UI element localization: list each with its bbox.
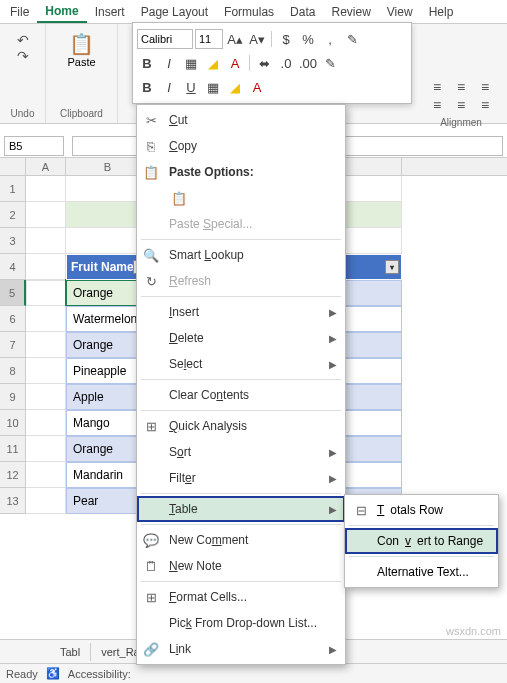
note-icon: 🗒 [141, 559, 161, 574]
ctx-delete[interactable]: Delete▶ [137, 325, 345, 351]
fill2-icon[interactable]: ◢ [225, 77, 245, 97]
mini-toolbar: A▴ A▾ $ % , ✎ B I ▦ ◢ A ⬌ .0 .00 ✎ B I U… [132, 22, 412, 104]
decrease-font-icon[interactable]: A▾ [247, 29, 267, 49]
row-4[interactable]: 4 [0, 254, 26, 280]
ctx-quickanalysis[interactable]: ⊞Quick Analysis [137, 413, 345, 439]
ctx-smartlookup[interactable]: 🔍Smart Lookup [137, 242, 345, 268]
align-center-icon[interactable]: ≡ [453, 97, 469, 113]
context-menu: ✂Cut ⎘Copy 📋Paste Options: 📋 Paste Speci… [136, 104, 346, 665]
undo-button[interactable]: ↶ ↷ [3, 28, 43, 68]
font-color-icon[interactable]: A [225, 53, 245, 73]
sub-totals[interactable]: ⊟Totals Row [345, 497, 498, 523]
decimal-dec-icon[interactable]: .00 [298, 53, 318, 73]
chevron-right-icon: ▶ [329, 447, 337, 458]
filter-dropdown-icon[interactable]: ▾ [385, 260, 399, 274]
align-right-icon[interactable]: ≡ [477, 97, 493, 113]
ctx-table[interactable]: Table▶ [137, 496, 345, 522]
tab-data[interactable]: Data [282, 2, 323, 22]
row-7[interactable]: 7 [0, 332, 26, 358]
tab-review[interactable]: Review [323, 2, 378, 22]
italic2-icon[interactable]: I [159, 77, 179, 97]
format-painter-icon[interactable]: ✎ [342, 29, 362, 49]
format-icon[interactable]: ✎ [320, 53, 340, 73]
paste-icon: 📋 [70, 32, 94, 56]
align-left-icon[interactable]: ≡ [429, 97, 445, 113]
name-box[interactable] [4, 136, 64, 156]
watermark: wsxdn.com [446, 625, 501, 637]
font-size-input[interactable] [195, 29, 223, 49]
comma-icon[interactable]: , [320, 29, 340, 49]
row-3[interactable]: 3 [0, 228, 26, 254]
chevron-right-icon: ▶ [329, 504, 337, 515]
ctx-paste[interactable]: 📋 [137, 185, 345, 211]
ctx-newnote[interactable]: 🗒New Note [137, 553, 345, 579]
ctx-select[interactable]: Select▶ [137, 351, 345, 377]
status-ready: Ready [6, 668, 38, 680]
ctx-pickdropdown[interactable]: Pick From Drop-down List... [137, 610, 345, 636]
row-1[interactable]: 1 [0, 176, 26, 202]
merge-icon[interactable]: ⬌ [254, 53, 274, 73]
link-icon: 🔗 [141, 642, 161, 657]
row-10[interactable]: 10 [0, 410, 26, 436]
ctx-clear[interactable]: Clear Contents [137, 382, 345, 408]
sub-convert-to-range[interactable]: Convert to Range [345, 528, 498, 554]
search-icon: 🔍 [141, 248, 161, 263]
align-bot-icon[interactable]: ≡ [477, 79, 493, 95]
row-13[interactable]: 13 [0, 488, 26, 514]
fill-color-icon[interactable]: ◢ [203, 53, 223, 73]
align-mid-icon[interactable]: ≡ [453, 79, 469, 95]
increase-font-icon[interactable]: A▴ [225, 29, 245, 49]
currency-icon[interactable]: $ [276, 29, 296, 49]
tab-formulas[interactable]: Formulas [216, 2, 282, 22]
font-name-input[interactable] [137, 29, 193, 49]
ctx-formatcells[interactable]: ⊞Format Cells... [137, 584, 345, 610]
ctx-insert[interactable]: Insert▶ [137, 299, 345, 325]
tab-insert[interactable]: Insert [87, 2, 133, 22]
tab-view[interactable]: View [379, 2, 421, 22]
status-accessibility: Accessibility: [68, 668, 131, 680]
decimal-inc-icon[interactable]: .0 [276, 53, 296, 73]
table-submenu: ⊟Totals Row Convert to Range Alternative… [344, 494, 499, 588]
col-a[interactable]: A [26, 158, 66, 175]
align-top-icon[interactable]: ≡ [429, 79, 445, 95]
accessibility-icon[interactable]: ♿ [46, 667, 60, 680]
ctx-copy[interactable]: ⎘Copy [137, 133, 345, 159]
border2-icon[interactable]: ▦ [203, 77, 223, 97]
ctx-link[interactable]: 🔗Link▶ [137, 636, 345, 662]
paste-clipboard-icon: 📋 [169, 191, 189, 206]
select-all-corner[interactable] [0, 158, 26, 175]
italic-icon[interactable]: I [159, 53, 179, 73]
ctx-pastespecial: Paste Special... [137, 211, 345, 237]
ctx-filter[interactable]: Filter▶ [137, 465, 345, 491]
row-9[interactable]: 9 [0, 384, 26, 410]
sheet-tab[interactable]: Tabl [50, 643, 91, 661]
fontcolor2-icon[interactable]: A [247, 77, 267, 97]
bold-icon[interactable]: B [137, 53, 157, 73]
border-icon[interactable]: ▦ [181, 53, 201, 73]
group-label-alignment: Alignmen [429, 115, 493, 128]
row-5[interactable]: 5 [0, 280, 26, 306]
tab-home[interactable]: Home [37, 1, 86, 23]
row-2[interactable]: 2 [0, 202, 26, 228]
undo-icon: ↶ [15, 32, 31, 48]
tab-pagelayout[interactable]: Page Layout [133, 2, 216, 22]
row-12[interactable]: 12 [0, 462, 26, 488]
ctx-newcomment[interactable]: 💬New Comment [137, 527, 345, 553]
paste-label: Paste [67, 56, 95, 68]
paste-button[interactable]: 📋 Paste [62, 28, 102, 72]
format-icon: ⊞ [141, 590, 161, 605]
chevron-right-icon: ▶ [329, 333, 337, 344]
underline-icon[interactable]: U [181, 77, 201, 97]
cut-icon: ✂ [141, 113, 161, 128]
tab-file[interactable]: File [2, 2, 37, 22]
sub-alttext[interactable]: Alternative Text... [345, 559, 498, 585]
chevron-right-icon: ▶ [329, 473, 337, 484]
bold2-icon[interactable]: B [137, 77, 157, 97]
ctx-sort[interactable]: Sort▶ [137, 439, 345, 465]
row-6[interactable]: 6 [0, 306, 26, 332]
row-11[interactable]: 11 [0, 436, 26, 462]
percent-icon[interactable]: % [298, 29, 318, 49]
row-8[interactable]: 8 [0, 358, 26, 384]
ctx-cut[interactable]: ✂Cut [137, 107, 345, 133]
tab-help[interactable]: Help [421, 2, 462, 22]
